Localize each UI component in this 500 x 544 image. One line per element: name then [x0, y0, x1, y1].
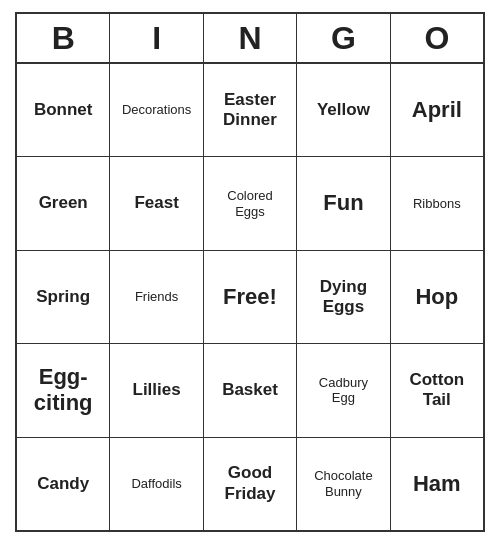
cell-r3-c0: Egg-citing: [17, 344, 110, 436]
cell-text-r4-c1: Daffodils: [131, 476, 181, 492]
cell-text-r4-c3: ChocolateBunny: [314, 468, 373, 499]
cell-r2-c4: Hop: [391, 251, 483, 343]
cell-text-r3-c2: Basket: [222, 380, 278, 400]
header-cell-i: I: [110, 14, 203, 62]
cell-text-r0-c4: April: [412, 97, 462, 123]
cell-text-r4-c2: GoodFriday: [225, 463, 276, 504]
header-cell-n: N: [204, 14, 297, 62]
cell-text-r1-c4: Ribbons: [413, 196, 461, 212]
cell-text-r1-c3: Fun: [323, 190, 363, 216]
cell-r0-c1: Decorations: [110, 64, 203, 156]
cell-text-r2-c4: Hop: [415, 284, 458, 310]
cell-r0-c2: EasterDinner: [204, 64, 297, 156]
header-cell-b: B: [17, 14, 110, 62]
cell-r1-c3: Fun: [297, 157, 390, 249]
cell-text-r3-c3: CadburyEgg: [319, 375, 368, 406]
cell-text-r1-c0: Green: [39, 193, 88, 213]
cell-r0-c4: April: [391, 64, 483, 156]
cell-r3-c1: Lillies: [110, 344, 203, 436]
grid-row-0: BonnetDecorationsEasterDinnerYellowApril: [17, 64, 483, 157]
cell-text-r3-c0: Egg-citing: [34, 364, 93, 417]
grid-row-1: GreenFeastColoredEggsFunRibbons: [17, 157, 483, 250]
cell-r0-c3: Yellow: [297, 64, 390, 156]
cell-r4-c2: GoodFriday: [204, 438, 297, 530]
header-cell-g: G: [297, 14, 390, 62]
cell-r2-c1: Friends: [110, 251, 203, 343]
cell-text-r3-c4: CottonTail: [409, 370, 464, 411]
cell-text-r3-c1: Lillies: [133, 380, 181, 400]
cell-r4-c4: Ham: [391, 438, 483, 530]
cell-text-r4-c0: Candy: [37, 474, 89, 494]
cell-text-r0-c2: EasterDinner: [223, 90, 277, 131]
bingo-card: BINGO BonnetDecorationsEasterDinnerYello…: [15, 12, 485, 532]
cell-r4-c1: Daffodils: [110, 438, 203, 530]
grid-row-4: CandyDaffodilsGoodFridayChocolateBunnyHa…: [17, 438, 483, 530]
cell-r2-c2: Free!: [204, 251, 297, 343]
grid-row-3: Egg-citingLilliesBasketCadburyEggCottonT…: [17, 344, 483, 437]
header-cell-o: O: [391, 14, 483, 62]
cell-r3-c3: CadburyEgg: [297, 344, 390, 436]
grid: BonnetDecorationsEasterDinnerYellowApril…: [17, 64, 483, 530]
cell-text-r2-c0: Spring: [36, 287, 90, 307]
cell-text-r2-c1: Friends: [135, 289, 178, 305]
cell-r1-c0: Green: [17, 157, 110, 249]
cell-r0-c0: Bonnet: [17, 64, 110, 156]
cell-text-r0-c1: Decorations: [122, 102, 191, 118]
cell-r3-c4: CottonTail: [391, 344, 483, 436]
grid-row-2: SpringFriendsFree!DyingEggsHop: [17, 251, 483, 344]
cell-r4-c0: Candy: [17, 438, 110, 530]
cell-r4-c3: ChocolateBunny: [297, 438, 390, 530]
cell-r3-c2: Basket: [204, 344, 297, 436]
cell-text-r2-c3: DyingEggs: [320, 277, 367, 318]
cell-text-r4-c4: Ham: [413, 471, 461, 497]
cell-r1-c1: Feast: [110, 157, 203, 249]
cell-text-r1-c1: Feast: [134, 193, 178, 213]
header-row: BINGO: [17, 14, 483, 64]
cell-r1-c4: Ribbons: [391, 157, 483, 249]
cell-r1-c2: ColoredEggs: [204, 157, 297, 249]
cell-r2-c3: DyingEggs: [297, 251, 390, 343]
cell-text-r0-c3: Yellow: [317, 100, 370, 120]
cell-text-r0-c0: Bonnet: [34, 100, 93, 120]
cell-text-r2-c2: Free!: [223, 284, 277, 310]
cell-r2-c0: Spring: [17, 251, 110, 343]
cell-text-r1-c2: ColoredEggs: [227, 188, 273, 219]
